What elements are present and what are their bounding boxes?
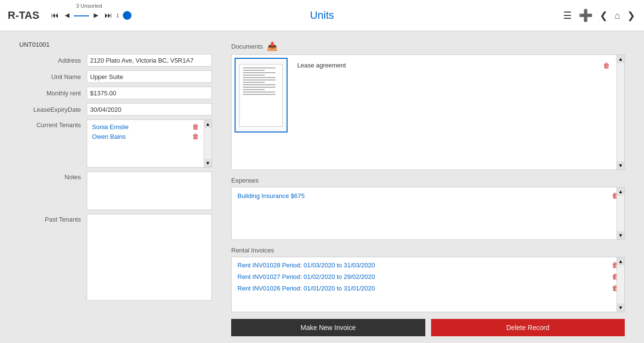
nav-forward-icon-button[interactable]: ❯	[626, 9, 636, 22]
tenant-link-1[interactable]: Owen Bains	[92, 133, 126, 140]
bottom-buttons: Make New Invoice Delete Record	[231, 319, 625, 336]
expenses-content: Building Insurance $675 🗑	[232, 187, 624, 204]
monthly-rent-input[interactable]	[87, 87, 212, 99]
left-panel: UNT01001 Address Unit Name Monthly rent …	[19, 41, 212, 333]
top-bar: R-TAS 3 Unsorted ⏮ ◄ ► ⏭ 1 Units ☰ ➕ ❮ ⌂…	[0, 0, 644, 31]
doc-line	[243, 79, 276, 80]
tenant-delete-0[interactable]: 🗑	[192, 123, 199, 131]
lease-expiry-label: LeaseExpiryDate	[19, 106, 87, 113]
nav-controls: ⏮ ◄ ► ⏭ 1	[49, 11, 132, 20]
app-logo: R-TAS	[8, 9, 39, 22]
home-icon-button[interactable]: ⌂	[614, 9, 621, 22]
tenants-scroll-up[interactable]: ▲	[204, 120, 211, 128]
nav-counter: 1	[116, 13, 119, 18]
rental-invoices-title: Rental Invoices	[231, 247, 274, 254]
upload-icon[interactable]: 📤	[267, 41, 277, 52]
list-icon-button[interactable]: ☰	[562, 9, 573, 22]
invoices-container: Rent INV01028 Period: 01/03/2020 to 31/0…	[231, 257, 625, 312]
doc-line	[243, 92, 276, 92]
notes-label: Notes	[19, 172, 87, 181]
unit-name-row: Unit Name	[19, 70, 212, 83]
tenant-row-1: Owen Bains 🗑	[90, 132, 201, 141]
doc-line	[243, 72, 276, 73]
past-tenants-row: Past Tenants	[19, 214, 212, 301]
address-row: Address	[19, 54, 212, 66]
documents-container: Lease agreement 🗑 ▲ ▼	[231, 54, 625, 170]
make-invoice-button[interactable]: Make New Invoice	[231, 319, 425, 336]
right-panel: Documents 📤	[231, 41, 625, 333]
doc-line	[243, 67, 276, 68]
invoice-link-1[interactable]: Rent INV01027 Period: 01/02/2020 to 29/0…	[237, 273, 375, 280]
unit-name-label: Unit Name	[19, 73, 87, 80]
nav-first-button[interactable]: ⏮	[49, 11, 61, 20]
unit-name-input[interactable]	[87, 70, 212, 83]
rental-invoices-header: Rental Invoices	[231, 247, 625, 254]
expense-row-0: Building Insurance $675 🗑	[236, 190, 620, 201]
tenant-delete-1[interactable]: 🗑	[192, 132, 199, 140]
doc-line	[243, 87, 276, 88]
lease-expiry-row: LeaseExpiryDate	[19, 103, 212, 116]
doc-line	[243, 77, 276, 78]
current-tenants-label: Current Tenants	[19, 119, 87, 129]
expenses-scroll-down[interactable]: ▼	[617, 231, 624, 239]
nav-prev-button[interactable]: ◄	[62, 11, 73, 20]
tenants-scroll-down[interactable]: ▼	[204, 159, 211, 167]
monthly-rent-label: Monthly rent	[19, 90, 87, 97]
nav-last-button[interactable]: ⏭	[103, 11, 114, 20]
nav-dot	[123, 11, 131, 20]
invoice-row-0: Rent INV01028 Period: 01/03/2020 to 31/0…	[236, 259, 620, 271]
expenses-scrollbar: ▲ ▼	[617, 187, 624, 239]
invoice-link-0[interactable]: Rent INV01028 Period: 01/03/2020 to 31/0…	[237, 262, 375, 269]
expenses-title: Expenses	[231, 177, 259, 184]
doc-thumbnail-inner-0	[239, 64, 283, 127]
doc-line	[243, 84, 276, 85]
past-tenants-label: Past Tenants	[19, 214, 87, 223]
documents-header: Documents 📤	[231, 41, 625, 52]
expenses-scroll-up[interactable]: ▲	[617, 187, 624, 196]
record-id: UNT01001	[19, 41, 212, 48]
invoices-scroll-up[interactable]: ▲	[617, 257, 624, 265]
invoices-scroll-down[interactable]: ▼	[617, 303, 624, 312]
docs-scroll-up[interactable]: ▲	[617, 55, 624, 63]
add-icon-button[interactable]: ➕	[578, 8, 594, 23]
address-input[interactable]	[87, 54, 212, 66]
unsorted-label: 3 Unsorted	[76, 3, 102, 9]
top-right-controls: ☰ ➕ ❮ ⌂ ❯	[562, 8, 636, 23]
monthly-rent-row: Monthly rent	[19, 87, 212, 99]
invoice-row-1: Rent INV01027 Period: 01/02/2020 to 29/0…	[236, 271, 620, 282]
tenant-link-0[interactable]: Sonia Emslie	[92, 123, 129, 131]
invoice-row-2: Rent INV01026 Period: 01/01/2020 to 31/0…	[236, 282, 620, 294]
address-label: Address	[19, 57, 87, 64]
doc-line	[243, 89, 265, 90]
past-tenants-box	[87, 214, 212, 301]
invoices-scrollbar: ▲ ▼	[617, 257, 624, 312]
notes-textarea[interactable]	[87, 172, 212, 210]
documents-content: Lease agreement 🗑	[232, 55, 624, 170]
lease-expiry-input[interactable]	[87, 103, 212, 116]
doc-thumbnail-0[interactable]	[235, 58, 288, 132]
doc-line	[243, 82, 265, 83]
current-tenants-row: Current Tenants Sonia Emslie 🗑 Owen Bain…	[19, 119, 212, 168]
documents-title: Documents	[231, 43, 263, 50]
tenant-row-0: Sonia Emslie 🗑	[90, 122, 201, 132]
docs-scrollbar: ▲ ▼	[617, 55, 624, 170]
nav-next-button[interactable]: ►	[90, 11, 102, 20]
page-title: Units	[310, 9, 334, 22]
doc-delete-0[interactable]: 🗑	[603, 62, 610, 69]
invoices-content: Rent INV01028 Period: 01/03/2020 to 31/0…	[232, 257, 624, 296]
doc-line	[243, 75, 265, 76]
expenses-container: Building Insurance $675 🗑 ▲ ▼	[231, 187, 625, 240]
expense-link-0[interactable]: Building Insurance $675	[237, 192, 305, 199]
invoice-link-2[interactable]: Rent INV01026 Period: 01/01/2020 to 31/0…	[237, 285, 375, 292]
nav-back-icon-button[interactable]: ❮	[599, 9, 609, 22]
docs-scroll-down[interactable]: ▼	[617, 161, 624, 170]
doc-line	[243, 94, 276, 95]
delete-record-button[interactable]: Delete Record	[431, 319, 625, 336]
doc-line	[243, 70, 265, 71]
notes-row: Notes	[19, 172, 212, 210]
expenses-header: Expenses	[231, 177, 625, 184]
main-content: UNT01001 Address Unit Name Monthly rent …	[0, 31, 644, 343]
doc-name-0: Lease agreement	[297, 62, 346, 69]
